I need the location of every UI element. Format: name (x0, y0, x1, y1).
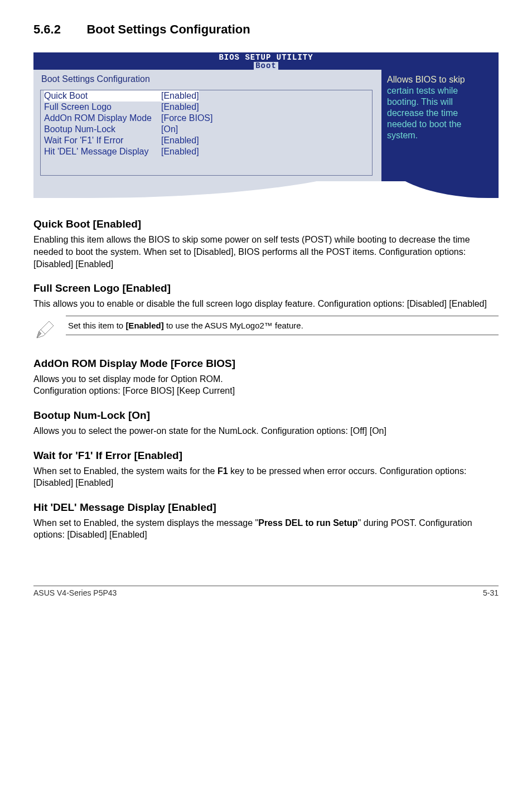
section-header: 5.6.2 Boot Settings Configuration (33, 22, 499, 37)
bios-row-label: Quick Boot (44, 90, 161, 102)
note-text: Set this item to [Enabled] to use the AS… (66, 316, 499, 335)
bios-tab: Boot (254, 62, 278, 70)
paragraph: Allows you to set display mode for Optio… (33, 373, 499, 397)
bios-row-value: [Enabled] (161, 90, 199, 102)
bios-help-line: Allows BIOS to skip (387, 74, 493, 85)
paragraph: Allows you to select the power-on state … (33, 425, 499, 437)
bios-row-label: Full Screen Logo (44, 102, 161, 113)
bios-row-value: [Enabled] (161, 135, 199, 146)
bios-help-line: needed to boot the (387, 119, 493, 130)
footer-left: ASUS V4-Series P5P43 (33, 588, 117, 597)
bios-row: AddOn ROM Display Mode [Force BIOS] (41, 113, 372, 124)
bios-row-value: [On] (161, 124, 178, 135)
subheading-hit-del: Hit 'DEL' Message Display [Enabled] (33, 501, 499, 514)
subheading-full-screen-logo: Full Screen Logo [Enabled] (33, 282, 499, 294)
bios-row-label: Bootup Num-Lock (44, 124, 161, 135)
bios-help-line: system. (387, 130, 493, 141)
section-title: Boot Settings Configuration (86, 22, 250, 37)
bios-row-label: Hit 'DEL' Message Display (44, 146, 161, 157)
subheading-wait-f1: Wait for 'F1' If Error [Enabled] (33, 450, 499, 462)
bios-left-panel: Boot Settings Configuration Quick Boot [… (33, 70, 381, 181)
bios-help-line: booting. This will (387, 96, 493, 108)
paragraph: When set to Enabled, the system displays… (33, 517, 499, 541)
note-suffix: to use the ASUS MyLogo2™ feature. (164, 321, 303, 330)
bios-help-line: decrease the time (387, 108, 493, 119)
bios-help-line: certain tests while (387, 85, 493, 96)
bios-row-value: [Enabled] (161, 146, 199, 157)
paragraph: This allows you to enable or disable the… (33, 298, 499, 310)
bios-row-value: [Enabled] (161, 102, 199, 113)
paragraph: When set to Enabled, the system waits fo… (33, 465, 499, 489)
bios-row-label: Wait For 'F1' If Error (44, 135, 161, 146)
bios-screenshot: BIOS SETUP UTILITY Boot Boot Settings Co… (33, 52, 499, 202)
note-prefix: Set this item to (68, 321, 125, 330)
bios-row: Quick Boot [Enabled] (41, 90, 372, 102)
bios-panel-title: Boot Settings Configuration (41, 74, 376, 84)
text: When set to Enabled, the system waits fo… (33, 466, 217, 476)
bios-row: Bootup Num-Lock [On] (41, 124, 372, 135)
text-bold: Press DEL to run Setup (258, 518, 357, 528)
text-bold: F1 (217, 466, 228, 476)
text: When set to Enabled, the system displays… (33, 518, 258, 528)
pencil-icon (33, 316, 66, 345)
bios-header: BIOS SETUP UTILITY Boot (33, 52, 499, 70)
section-number: 5.6.2 (33, 22, 61, 37)
bios-row: Hit 'DEL' Message Display [Enabled] (41, 146, 372, 157)
page-footer: ASUS V4-Series P5P43 5-31 (33, 586, 499, 597)
bios-row: Full Screen Logo [Enabled] (41, 102, 372, 113)
subheading-addon-rom: AddOn ROM Display Mode [Force BIOS] (33, 357, 499, 370)
note: Set this item to [Enabled] to use the AS… (33, 316, 499, 345)
subheading-bootup-numlock: Bootup Num-Lock [On] (33, 409, 499, 422)
subheading-quick-boot: Quick Boot [Enabled] (33, 218, 499, 230)
bios-title: BIOS SETUP UTILITY (219, 53, 313, 62)
note-bold: [Enabled] (125, 321, 163, 330)
bios-help-panel: Allows BIOS to skip certain tests while … (381, 70, 499, 181)
bios-row-value: [Force BIOS] (161, 113, 212, 124)
footer-right: 5-31 (483, 588, 499, 597)
bios-row: Wait For 'F1' If Error [Enabled] (41, 135, 372, 146)
bios-row-label: AddOn ROM Display Mode (44, 113, 161, 124)
paragraph: Enabling this item allows the BIOS to sk… (33, 234, 499, 270)
